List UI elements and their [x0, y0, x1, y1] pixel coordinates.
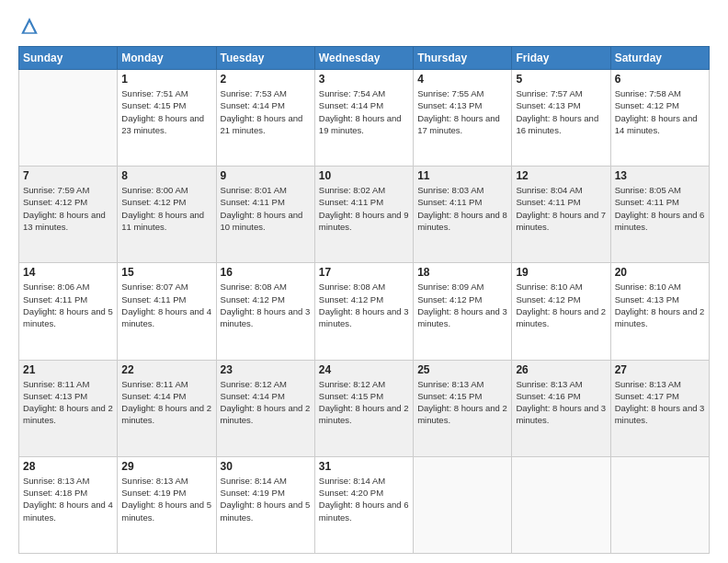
day-number: 27	[615, 363, 705, 376]
day-info: Sunrise: 7:57 AM Sunset: 4:13 PM Dayligh…	[516, 87, 606, 136]
calendar-cell: 12Sunrise: 8:04 AM Sunset: 4:11 PM Dayli…	[512, 167, 610, 263]
weekday-header: Wednesday	[314, 47, 413, 70]
calendar-cell: 14Sunrise: 8:06 AM Sunset: 4:11 PM Dayli…	[19, 263, 118, 360]
day-number: 11	[417, 169, 507, 182]
day-info: Sunrise: 8:04 AM Sunset: 4:11 PM Dayligh…	[516, 184, 606, 233]
weekday-header-row: SundayMondayTuesdayWednesdayThursdayFrid…	[19, 47, 710, 70]
calendar-week-row: 28Sunrise: 8:13 AM Sunset: 4:18 PM Dayli…	[19, 456, 710, 553]
day-info: Sunrise: 8:11 AM Sunset: 4:14 PM Dayligh…	[121, 378, 211, 427]
day-info: Sunrise: 8:12 AM Sunset: 4:14 PM Dayligh…	[221, 378, 311, 427]
calendar-week-row: 14Sunrise: 8:06 AM Sunset: 4:11 PM Dayli…	[19, 263, 710, 360]
day-number: 18	[417, 266, 507, 279]
day-number: 23	[221, 363, 311, 376]
day-number: 12	[516, 169, 606, 182]
day-number: 16	[221, 266, 311, 279]
calendar-cell	[414, 456, 512, 553]
day-number: 21	[23, 363, 113, 376]
calendar-cell: 16Sunrise: 8:08 AM Sunset: 4:12 PM Dayli…	[216, 263, 314, 360]
day-number: 5	[516, 73, 606, 86]
day-info: Sunrise: 8:14 AM Sunset: 4:20 PM Dayligh…	[319, 475, 409, 523]
calendar-cell: 2Sunrise: 7:53 AM Sunset: 4:14 PM Daylig…	[216, 70, 314, 167]
weekday-header: Thursday	[414, 47, 512, 70]
calendar-cell: 11Sunrise: 8:03 AM Sunset: 4:11 PM Dayli…	[414, 167, 512, 263]
calendar-week-row: 21Sunrise: 8:11 AM Sunset: 4:13 PM Dayli…	[19, 360, 710, 456]
calendar-cell: 18Sunrise: 8:09 AM Sunset: 4:12 PM Dayli…	[414, 263, 512, 360]
calendar-cell: 20Sunrise: 8:10 AM Sunset: 4:13 PM Dayli…	[610, 263, 709, 360]
day-info: Sunrise: 7:53 AM Sunset: 4:14 PM Dayligh…	[221, 87, 311, 136]
weekday-header: Sunday	[19, 47, 118, 70]
calendar-cell	[512, 456, 610, 553]
day-number: 1	[121, 73, 211, 86]
day-info: Sunrise: 8:00 AM Sunset: 4:12 PM Dayligh…	[121, 184, 211, 233]
day-number: 14	[23, 266, 113, 279]
header	[18, 15, 710, 37]
calendar-week-row: 1Sunrise: 7:51 AM Sunset: 4:15 PM Daylig…	[19, 70, 710, 167]
day-info: Sunrise: 7:51 AM Sunset: 4:15 PM Dayligh…	[121, 87, 211, 136]
day-info: Sunrise: 8:03 AM Sunset: 4:11 PM Dayligh…	[417, 184, 507, 233]
day-number: 8	[121, 169, 211, 182]
weekday-header: Friday	[512, 47, 610, 70]
day-number: 4	[417, 73, 507, 86]
day-number: 22	[121, 363, 211, 376]
day-number: 26	[516, 363, 606, 376]
day-number: 19	[516, 266, 606, 279]
day-info: Sunrise: 8:06 AM Sunset: 4:11 PM Dayligh…	[23, 281, 113, 329]
day-number: 7	[23, 169, 113, 182]
day-info: Sunrise: 7:54 AM Sunset: 4:14 PM Dayligh…	[319, 87, 409, 136]
calendar-cell: 27Sunrise: 8:13 AM Sunset: 4:17 PM Dayli…	[610, 360, 709, 456]
calendar-cell: 9Sunrise: 8:01 AM Sunset: 4:11 PM Daylig…	[216, 167, 314, 263]
day-number: 20	[615, 266, 705, 279]
calendar-cell: 17Sunrise: 8:08 AM Sunset: 4:12 PM Dayli…	[314, 263, 413, 360]
calendar-cell	[610, 456, 709, 553]
day-info: Sunrise: 8:05 AM Sunset: 4:11 PM Dayligh…	[615, 184, 705, 233]
day-number: 30	[221, 460, 311, 473]
weekday-header: Saturday	[610, 47, 709, 70]
day-number: 17	[319, 266, 409, 279]
calendar-table: SundayMondayTuesdayWednesdayThursdayFrid…	[18, 46, 710, 554]
calendar-cell: 3Sunrise: 7:54 AM Sunset: 4:14 PM Daylig…	[314, 70, 413, 167]
day-info: Sunrise: 8:09 AM Sunset: 4:12 PM Dayligh…	[417, 281, 507, 329]
calendar-cell: 24Sunrise: 8:12 AM Sunset: 4:15 PM Dayli…	[314, 360, 413, 456]
calendar-cell: 23Sunrise: 8:12 AM Sunset: 4:14 PM Dayli…	[216, 360, 314, 456]
day-info: Sunrise: 7:55 AM Sunset: 4:13 PM Dayligh…	[417, 87, 507, 136]
calendar-cell: 22Sunrise: 8:11 AM Sunset: 4:14 PM Dayli…	[118, 360, 216, 456]
day-info: Sunrise: 8:02 AM Sunset: 4:11 PM Dayligh…	[319, 184, 409, 233]
day-number: 3	[319, 73, 409, 86]
calendar-cell: 7Sunrise: 7:59 AM Sunset: 4:12 PM Daylig…	[19, 167, 118, 263]
day-info: Sunrise: 8:13 AM Sunset: 4:19 PM Dayligh…	[121, 475, 211, 523]
day-info: Sunrise: 8:11 AM Sunset: 4:13 PM Dayligh…	[23, 378, 113, 427]
day-number: 15	[121, 266, 211, 279]
day-number: 24	[319, 363, 409, 376]
calendar-cell: 19Sunrise: 8:10 AM Sunset: 4:12 PM Dayli…	[512, 263, 610, 360]
day-info: Sunrise: 7:59 AM Sunset: 4:12 PM Dayligh…	[23, 184, 113, 233]
logo-icon	[18, 15, 40, 37]
day-info: Sunrise: 8:12 AM Sunset: 4:15 PM Dayligh…	[319, 378, 409, 427]
calendar-cell: 10Sunrise: 8:02 AM Sunset: 4:11 PM Dayli…	[314, 167, 413, 263]
calendar-cell: 1Sunrise: 7:51 AM Sunset: 4:15 PM Daylig…	[118, 70, 216, 167]
logo	[18, 15, 42, 37]
calendar-cell	[19, 70, 118, 167]
day-info: Sunrise: 8:14 AM Sunset: 4:19 PM Dayligh…	[221, 475, 311, 523]
day-number: 2	[221, 73, 311, 86]
page: SundayMondayTuesdayWednesdayThursdayFrid…	[0, 0, 728, 563]
calendar-cell: 6Sunrise: 7:58 AM Sunset: 4:12 PM Daylig…	[610, 70, 709, 167]
calendar-cell: 5Sunrise: 7:57 AM Sunset: 4:13 PM Daylig…	[512, 70, 610, 167]
day-info: Sunrise: 8:13 AM Sunset: 4:18 PM Dayligh…	[23, 475, 113, 523]
day-info: Sunrise: 8:08 AM Sunset: 4:12 PM Dayligh…	[319, 281, 409, 329]
calendar-cell: 31Sunrise: 8:14 AM Sunset: 4:20 PM Dayli…	[314, 456, 413, 553]
day-info: Sunrise: 8:13 AM Sunset: 4:16 PM Dayligh…	[516, 378, 606, 427]
day-info: Sunrise: 8:07 AM Sunset: 4:11 PM Dayligh…	[121, 281, 211, 329]
weekday-header: Tuesday	[216, 47, 314, 70]
calendar-cell: 30Sunrise: 8:14 AM Sunset: 4:19 PM Dayli…	[216, 456, 314, 553]
day-info: Sunrise: 8:01 AM Sunset: 4:11 PM Dayligh…	[221, 184, 311, 233]
calendar-cell: 13Sunrise: 8:05 AM Sunset: 4:11 PM Dayli…	[610, 167, 709, 263]
day-number: 6	[615, 73, 705, 86]
weekday-header: Monday	[118, 47, 216, 70]
day-info: Sunrise: 8:08 AM Sunset: 4:12 PM Dayligh…	[221, 281, 311, 329]
day-info: Sunrise: 8:10 AM Sunset: 4:12 PM Dayligh…	[516, 281, 606, 329]
day-number: 25	[417, 363, 507, 376]
calendar-cell: 29Sunrise: 8:13 AM Sunset: 4:19 PM Dayli…	[118, 456, 216, 553]
calendar-week-row: 7Sunrise: 7:59 AM Sunset: 4:12 PM Daylig…	[19, 167, 710, 263]
calendar-cell: 26Sunrise: 8:13 AM Sunset: 4:16 PM Dayli…	[512, 360, 610, 456]
day-number: 28	[23, 460, 113, 473]
